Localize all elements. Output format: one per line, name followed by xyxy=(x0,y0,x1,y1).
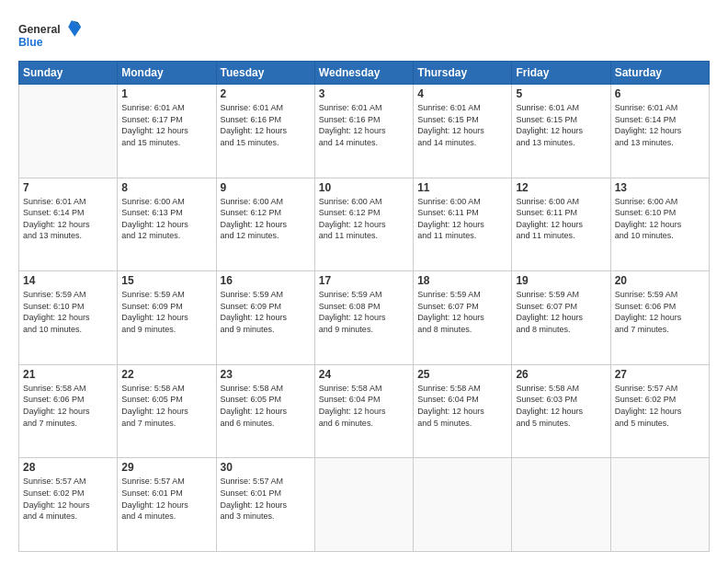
svg-text:Blue: Blue xyxy=(18,36,43,49)
calendar-cell xyxy=(414,458,512,552)
day-number: 6 xyxy=(615,87,705,100)
day-number: 23 xyxy=(221,368,311,381)
weekday-tuesday: Tuesday xyxy=(216,62,314,85)
day-number: 13 xyxy=(615,181,705,194)
calendar-cell: 1Sunrise: 6:01 AM Sunset: 6:17 PM Daylig… xyxy=(118,85,216,178)
calendar-cell: 13Sunrise: 6:00 AM Sunset: 6:10 PM Dayli… xyxy=(610,178,709,271)
weekday-wednesday: Wednesday xyxy=(314,62,413,85)
calendar-cell: 6Sunrise: 6:01 AM Sunset: 6:14 PM Daylig… xyxy=(610,85,709,178)
day-info: Sunrise: 5:59 AM Sunset: 6:09 PM Dayligh… xyxy=(121,289,211,335)
day-number: 19 xyxy=(516,274,606,287)
day-number: 2 xyxy=(221,87,311,100)
day-number: 11 xyxy=(417,181,507,194)
calendar-cell: 12Sunrise: 6:00 AM Sunset: 6:11 PM Dayli… xyxy=(512,178,610,271)
calendar-cell: 18Sunrise: 5:59 AM Sunset: 6:07 PM Dayli… xyxy=(414,271,512,365)
day-number: 27 xyxy=(615,368,705,381)
calendar-cell: 2Sunrise: 6:01 AM Sunset: 6:16 PM Daylig… xyxy=(216,85,314,178)
calendar-cell: 10Sunrise: 6:00 AM Sunset: 6:12 PM Dayli… xyxy=(314,178,413,271)
calendar-cell: 26Sunrise: 5:58 AM Sunset: 6:03 PM Dayli… xyxy=(512,364,610,458)
calendar-body: 1Sunrise: 6:01 AM Sunset: 6:17 PM Daylig… xyxy=(19,85,710,552)
calendar-cell: 25Sunrise: 5:58 AM Sunset: 6:04 PM Dayli… xyxy=(414,364,512,458)
day-info: Sunrise: 5:57 AM Sunset: 6:02 PM Dayligh… xyxy=(615,383,705,429)
day-info: Sunrise: 5:59 AM Sunset: 6:07 PM Dayligh… xyxy=(516,289,606,335)
day-number: 1 xyxy=(121,87,211,100)
day-number: 30 xyxy=(221,461,311,474)
day-number: 15 xyxy=(121,274,211,287)
svg-text:General: General xyxy=(18,23,61,36)
weekday-header-row: SundayMondayTuesdayWednesdayThursdayFrid… xyxy=(19,62,710,85)
day-info: Sunrise: 5:59 AM Sunset: 6:07 PM Dayligh… xyxy=(417,289,507,335)
day-number: 10 xyxy=(319,181,409,194)
calendar-cell xyxy=(610,458,709,552)
calendar-cell: 22Sunrise: 5:58 AM Sunset: 6:05 PM Dayli… xyxy=(118,364,216,458)
week-row-4: 21Sunrise: 5:58 AM Sunset: 6:06 PM Dayli… xyxy=(19,364,710,458)
weekday-friday: Friday xyxy=(512,62,610,85)
day-info: Sunrise: 5:59 AM Sunset: 6:10 PM Dayligh… xyxy=(23,289,113,335)
calendar-cell: 9Sunrise: 6:00 AM Sunset: 6:12 PM Daylig… xyxy=(216,178,314,271)
day-info: Sunrise: 6:01 AM Sunset: 6:16 PM Dayligh… xyxy=(221,102,311,148)
day-number: 17 xyxy=(319,274,409,287)
page-header: General Blue xyxy=(18,17,710,53)
week-row-3: 14Sunrise: 5:59 AM Sunset: 6:10 PM Dayli… xyxy=(19,271,710,365)
day-info: Sunrise: 5:59 AM Sunset: 6:08 PM Dayligh… xyxy=(319,289,409,335)
day-number: 4 xyxy=(417,87,507,100)
day-number: 24 xyxy=(319,368,409,381)
calendar-cell: 23Sunrise: 5:58 AM Sunset: 6:05 PM Dayli… xyxy=(216,364,314,458)
day-info: Sunrise: 5:58 AM Sunset: 6:05 PM Dayligh… xyxy=(221,383,311,429)
day-number: 14 xyxy=(23,274,113,287)
day-info: Sunrise: 5:58 AM Sunset: 6:04 PM Dayligh… xyxy=(417,383,507,429)
day-info: Sunrise: 6:00 AM Sunset: 6:10 PM Dayligh… xyxy=(615,196,705,242)
calendar-cell: 15Sunrise: 5:59 AM Sunset: 6:09 PM Dayli… xyxy=(118,271,216,365)
calendar-cell: 27Sunrise: 5:57 AM Sunset: 6:02 PM Dayli… xyxy=(610,364,709,458)
day-info: Sunrise: 6:01 AM Sunset: 6:15 PM Dayligh… xyxy=(516,102,606,148)
week-row-2: 7Sunrise: 6:01 AM Sunset: 6:14 PM Daylig… xyxy=(19,178,710,271)
week-row-1: 1Sunrise: 6:01 AM Sunset: 6:17 PM Daylig… xyxy=(19,85,710,178)
day-info: Sunrise: 5:57 AM Sunset: 6:01 PM Dayligh… xyxy=(221,476,311,522)
day-info: Sunrise: 5:57 AM Sunset: 6:01 PM Dayligh… xyxy=(121,476,211,522)
day-info: Sunrise: 6:01 AM Sunset: 6:14 PM Dayligh… xyxy=(23,196,113,242)
day-info: Sunrise: 6:00 AM Sunset: 6:12 PM Dayligh… xyxy=(319,196,409,242)
day-number: 8 xyxy=(121,181,211,194)
day-number: 25 xyxy=(417,368,507,381)
day-info: Sunrise: 6:01 AM Sunset: 6:17 PM Dayligh… xyxy=(121,102,211,148)
calendar-cell: 16Sunrise: 5:59 AM Sunset: 6:09 PM Dayli… xyxy=(216,271,314,365)
weekday-saturday: Saturday xyxy=(610,62,709,85)
day-number: 9 xyxy=(221,181,311,194)
calendar-cell: 24Sunrise: 5:58 AM Sunset: 6:04 PM Dayli… xyxy=(314,364,413,458)
calendar-cell: 11Sunrise: 6:00 AM Sunset: 6:11 PM Dayli… xyxy=(414,178,512,271)
day-info: Sunrise: 6:01 AM Sunset: 6:16 PM Dayligh… xyxy=(319,102,409,148)
logo: General Blue xyxy=(18,17,83,53)
day-info: Sunrise: 5:59 AM Sunset: 6:06 PM Dayligh… xyxy=(615,289,705,335)
day-number: 28 xyxy=(23,461,113,474)
day-info: Sunrise: 5:58 AM Sunset: 6:06 PM Dayligh… xyxy=(23,383,113,429)
day-info: Sunrise: 6:00 AM Sunset: 6:11 PM Dayligh… xyxy=(516,196,606,242)
svg-marker-2 xyxy=(68,20,81,37)
day-info: Sunrise: 5:57 AM Sunset: 6:02 PM Dayligh… xyxy=(23,476,113,522)
week-row-5: 28Sunrise: 5:57 AM Sunset: 6:02 PM Dayli… xyxy=(19,458,710,552)
weekday-monday: Monday xyxy=(118,62,216,85)
day-number: 29 xyxy=(121,461,211,474)
calendar-cell: 28Sunrise: 5:57 AM Sunset: 6:02 PM Dayli… xyxy=(19,458,118,552)
calendar-cell: 8Sunrise: 6:00 AM Sunset: 6:13 PM Daylig… xyxy=(118,178,216,271)
day-number: 3 xyxy=(319,87,409,100)
day-number: 26 xyxy=(516,368,606,381)
day-number: 12 xyxy=(516,181,606,194)
calendar-cell xyxy=(512,458,610,552)
day-info: Sunrise: 6:00 AM Sunset: 6:11 PM Dayligh… xyxy=(417,196,507,242)
day-number: 16 xyxy=(221,274,311,287)
calendar-cell: 5Sunrise: 6:01 AM Sunset: 6:15 PM Daylig… xyxy=(512,85,610,178)
day-number: 18 xyxy=(417,274,507,287)
calendar-cell: 21Sunrise: 5:58 AM Sunset: 6:06 PM Dayli… xyxy=(19,364,118,458)
calendar-cell: 3Sunrise: 6:01 AM Sunset: 6:16 PM Daylig… xyxy=(314,85,413,178)
calendar-cell: 19Sunrise: 5:59 AM Sunset: 6:07 PM Dayli… xyxy=(512,271,610,365)
calendar-cell xyxy=(19,85,118,178)
calendar-header: SundayMondayTuesdayWednesdayThursdayFrid… xyxy=(19,62,710,85)
day-info: Sunrise: 5:58 AM Sunset: 6:03 PM Dayligh… xyxy=(516,383,606,429)
day-number: 21 xyxy=(23,368,113,381)
day-number: 22 xyxy=(121,368,211,381)
day-number: 5 xyxy=(516,87,606,100)
day-info: Sunrise: 5:59 AM Sunset: 6:09 PM Dayligh… xyxy=(221,289,311,335)
calendar-cell: 29Sunrise: 5:57 AM Sunset: 6:01 PM Dayli… xyxy=(118,458,216,552)
calendar-table: SundayMondayTuesdayWednesdayThursdayFrid… xyxy=(18,61,710,552)
calendar-cell: 20Sunrise: 5:59 AM Sunset: 6:06 PM Dayli… xyxy=(610,271,709,365)
